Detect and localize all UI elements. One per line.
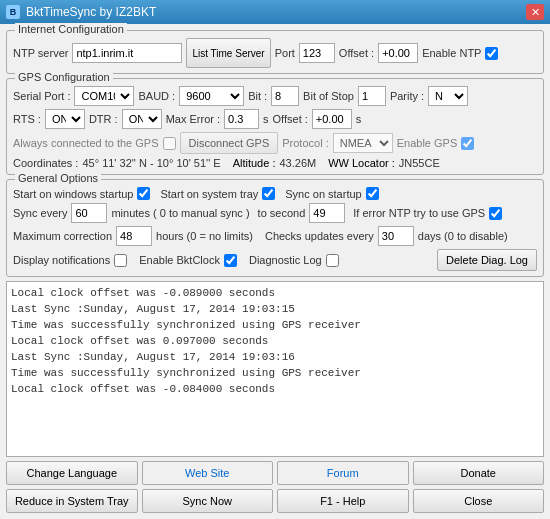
port-label: Port: [275, 47, 295, 59]
internet-group-label: Internet Configuration: [15, 23, 127, 35]
list-time-server-button[interactable]: List Time Server: [186, 38, 270, 68]
main-content: Internet Configuration NTP server List T…: [0, 24, 550, 519]
port-input[interactable]: [299, 43, 335, 63]
ww-locator-label: WW Locator :: [328, 157, 395, 169]
gps-offset-label: Offset :: [273, 113, 308, 125]
general-row1: Start on windows startup Start on system…: [13, 187, 537, 200]
start-system-tray-checkbox[interactable]: [262, 187, 275, 200]
coordinates-label: Coordinates :: [13, 157, 78, 169]
parity-select[interactable]: N: [428, 86, 468, 106]
sync-now-button[interactable]: Sync Now: [142, 489, 274, 513]
general-group-label: General Options: [15, 172, 101, 184]
bottom-btn-row1: Change Language Web Site Forum Donate: [6, 461, 544, 485]
baud-select[interactable]: 9600: [179, 86, 244, 106]
sync-every-label: Sync every: [13, 207, 67, 219]
reduce-tray-button[interactable]: Reduce in System Tray: [6, 489, 138, 513]
display-notif-checkbox[interactable]: [114, 254, 127, 267]
delete-diag-log-button[interactable]: Delete Diag. Log: [437, 249, 537, 271]
gps-row1: Serial Port : COM10 BAUD : 9600 Bit : Bi…: [13, 86, 537, 106]
diagnostic-log-checkbox[interactable]: [326, 254, 339, 267]
enable-bktclock-label: Enable BktClock: [139, 254, 220, 266]
internet-group: Internet Configuration NTP server List T…: [6, 30, 544, 74]
enable-gps-checkbox[interactable]: [461, 137, 474, 150]
gps-group-label: GPS Configuration: [15, 71, 113, 83]
gps-group: GPS Configuration Serial Port : COM10 BA…: [6, 78, 544, 175]
log-area[interactable]: Local clock offset was -0.089000 seconds…: [6, 281, 544, 457]
rts-select[interactable]: ON: [45, 109, 85, 129]
donate-button[interactable]: Donate: [413, 461, 545, 485]
app-icon: B: [6, 5, 20, 19]
to-second-input[interactable]: [309, 203, 345, 223]
log-line: Last Sync :Sunday, August 17, 2014 19:03…: [11, 349, 539, 365]
check-upd-input[interactable]: [378, 226, 414, 246]
if-error-checkbox[interactable]: [489, 207, 502, 220]
ntp-server-input[interactable]: [72, 43, 182, 63]
f1-help-button[interactable]: F1 - Help: [277, 489, 409, 513]
start-windows-checkbox[interactable]: [137, 187, 150, 200]
title-bar-left: B BktTimeSync by IZ2BKT: [6, 5, 156, 19]
forum-button[interactable]: Forum: [277, 461, 409, 485]
max-corr-label: Maximum correction: [13, 230, 112, 242]
sync-every-unit: minutes ( 0 to manual sync ): [111, 207, 249, 219]
app-icon-label: B: [10, 7, 17, 17]
general-row2: Sync every minutes ( 0 to manual sync ) …: [13, 203, 537, 223]
sync-every-input[interactable]: [71, 203, 107, 223]
log-line: Last Sync :Sunday, August 17, 2014 19:03…: [11, 301, 539, 317]
max-corr-input[interactable]: [116, 226, 152, 246]
start-windows-label: Start on windows startup: [13, 188, 133, 200]
protocol-label: Protocol :: [282, 137, 328, 149]
check-upd-unit: days (0 to disable): [418, 230, 508, 242]
dtr-select[interactable]: ON: [122, 109, 162, 129]
altitude-value: 43.26M: [279, 157, 316, 169]
general-row3: Maximum correction hours (0 = no limits)…: [13, 226, 537, 246]
enable-bktclock-checkbox[interactable]: [224, 254, 237, 267]
max-corr-unit: hours (0 = no limits): [156, 230, 253, 242]
coordinates-value: 45° 11' 32'' N - 10° 10' 51'' E: [82, 157, 220, 169]
serial-port-select[interactable]: COM10: [74, 86, 134, 106]
enable-gps-label: Enable GPS: [397, 137, 458, 149]
max-error-label: Max Error :: [166, 113, 220, 125]
parity-label: Parity :: [390, 90, 424, 102]
window-close-button[interactable]: ✕: [526, 4, 544, 20]
always-connected-label: Always connected to the GPS: [13, 137, 159, 149]
always-connected-checkbox[interactable]: [163, 137, 176, 150]
sync-startup-checkbox[interactable]: [366, 187, 379, 200]
gps-row4: Coordinates : 45° 11' 32'' N - 10° 10' 5…: [13, 157, 537, 169]
bit-of-stop-label: Bit of Stop: [303, 90, 354, 102]
internet-offset-input[interactable]: [378, 43, 418, 63]
general-row4: Display notifications Enable BktClock Di…: [13, 249, 537, 271]
gps-offset-input[interactable]: [312, 109, 352, 129]
bit-label: Bit :: [248, 90, 267, 102]
title-bar: B BktTimeSync by IZ2BKT ✕: [0, 0, 550, 24]
internet-row: NTP server List Time Server Port Offset …: [13, 38, 537, 68]
enable-ntp-label: Enable NTP: [422, 47, 481, 59]
ntp-server-label: NTP server: [13, 47, 68, 59]
enable-ntp-checkbox[interactable]: [485, 47, 498, 60]
log-line: Time was successfully synchronized using…: [11, 317, 539, 333]
start-system-tray-label: Start on system tray: [160, 188, 258, 200]
max-error-input[interactable]: [224, 109, 259, 129]
bit-input[interactable]: [271, 86, 299, 106]
protocol-select[interactable]: NMEA: [333, 133, 393, 153]
baud-label: BAUD :: [138, 90, 175, 102]
general-group: General Options Start on windows startup…: [6, 179, 544, 277]
diagnostic-log-label: Diagnostic Log: [249, 254, 322, 266]
title-text: BktTimeSync by IZ2BKT: [26, 5, 156, 19]
gps-row2: RTS : ON DTR : ON Max Error : s Offset :…: [13, 109, 537, 129]
if-error-label: If error NTP try to use GPS: [353, 207, 485, 219]
rts-label: RTS :: [13, 113, 41, 125]
change-language-button[interactable]: Change Language: [6, 461, 138, 485]
sync-startup-label: Sync on startup: [285, 188, 361, 200]
web-site-button[interactable]: Web Site: [142, 461, 274, 485]
gps-row3: Always connected to the GPS Disconnect G…: [13, 132, 537, 154]
max-error-unit: s: [263, 113, 269, 125]
gps-offset-unit: s: [356, 113, 362, 125]
bit-of-stop-input[interactable]: [358, 86, 386, 106]
offset-label: Offset :: [339, 47, 374, 59]
disconnect-gps-button[interactable]: Disconnect GPS: [180, 132, 279, 154]
bottom-btn-row2: Reduce in System Tray Sync Now F1 - Help…: [6, 489, 544, 513]
log-line: Time was successfully synchronized using…: [11, 365, 539, 381]
close-button[interactable]: Close: [413, 489, 545, 513]
display-notif-label: Display notifications: [13, 254, 110, 266]
ww-locator-value: JN55CE: [399, 157, 440, 169]
